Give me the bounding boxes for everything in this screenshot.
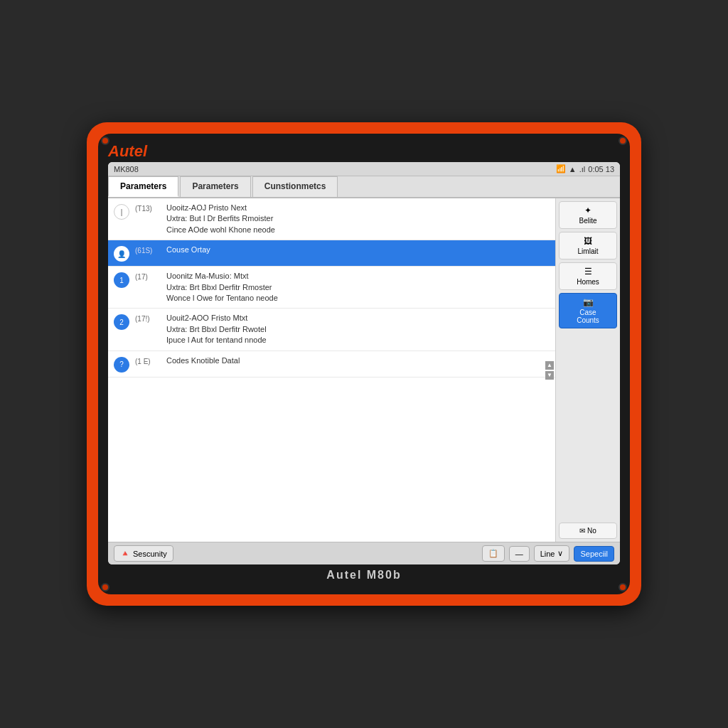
no-button[interactable]: ✉ No <box>559 523 617 539</box>
screw-br <box>619 583 627 592</box>
case-counts-button[interactable]: 📷 CaseCounts <box>559 293 617 328</box>
item-text-3: Uoonitz Ma-Musio: Mtxt Uxtra: Brt Bbxl D… <box>166 271 550 304</box>
clipboard-button[interactable]: 📋 <box>482 545 505 562</box>
list-item[interactable]: | (T13) Uooitz-AOJ Pristo Next Uxtra: Bu… <box>108 198 555 240</box>
item-text-2: Couse Ortay <box>166 245 550 255</box>
line-button[interactable]: Line ∨ <box>534 545 570 562</box>
model-label: MK808 <box>114 165 139 173</box>
limlait-label: Limlait <box>578 247 599 255</box>
item-icon-1: | <box>114 204 129 220</box>
time-display: 0:05 13 <box>588 165 614 173</box>
case-counts-icon: 📷 <box>583 297 594 307</box>
homes-button[interactable]: ☰ Homes <box>559 262 617 290</box>
line-chevron-icon: ∨ <box>557 549 563 558</box>
screw-tl <box>101 136 109 145</box>
screw-tr <box>619 136 627 145</box>
dash-label: — <box>515 550 523 558</box>
belite-icon: ✦ <box>584 205 592 215</box>
special-button[interactable]: Sepeciil <box>574 546 614 562</box>
item-id-1: (T13) <box>135 205 161 213</box>
brand-label: Autel <box>108 142 620 161</box>
homes-icon: ☰ <box>584 267 592 277</box>
device-outer: Autel MK808 📶 ▲ .ıl 0:05 13 Parameters P… <box>87 122 641 606</box>
item-id-5: (1 E) <box>135 358 161 365</box>
status-bar: MK808 📶 ▲ .ıl 0:05 13 <box>108 162 620 176</box>
item-icon-4: 2 <box>114 314 129 330</box>
tab-cunstionmetcs[interactable]: Cunstionmetcs <box>252 176 338 197</box>
security-button[interactable]: 🔺 Sescunity <box>114 545 173 562</box>
device-inner: Autel MK808 📶 ▲ .ıl 0:05 13 Parameters P… <box>98 134 630 594</box>
screw-bl <box>101 583 109 592</box>
scroll-indicator: ▲ ▼ <box>545 361 554 380</box>
right-panel: ✦ Belite 🖼 Limlait ☰ Homes 📷 CaseCounts <box>556 198 620 542</box>
scroll-up-icon: ▲ <box>545 361 554 370</box>
belite-button[interactable]: ✦ Belite <box>559 201 617 229</box>
tab-parameters-2[interactable]: Parameters <box>180 176 250 197</box>
status-icons: 📶 ▲ .ıl 0:05 13 <box>556 164 614 173</box>
item-icon-2: 👤 <box>114 246 129 262</box>
list-item-5[interactable]: ? (1 E) Codes Knotible Datal <box>108 351 555 378</box>
item-text-1: Uooitz-AOJ Pristo Next Uxtra: But l Dr B… <box>166 203 550 235</box>
list-item-3[interactable]: 1 (17) Uoonitz Ma-Musio: Mtxt Uxtra: Brt… <box>108 267 555 309</box>
item-icon-3: 1 <box>114 272 129 288</box>
list-panel: | (T13) Uooitz-AOJ Pristo Next Uxtra: Bu… <box>108 198 556 542</box>
dash-button[interactable]: — <box>509 546 530 562</box>
scroll-down-icon: ▼ <box>545 371 554 380</box>
belite-label: Belite <box>579 217 596 225</box>
limlait-icon: 🖼 <box>584 236 592 246</box>
special-label: Sepeciil <box>580 550 608 558</box>
item-text-4: Uouit2-AOO Fristo Mtxt Uxtra: Brt Bbxl D… <box>166 313 550 346</box>
homes-label: Homes <box>577 278 599 286</box>
list-item-selected[interactable]: 👤 (61S) Couse Ortay <box>108 240 555 267</box>
item-icon-5: ? <box>114 357 129 373</box>
no-label: No <box>587 527 596 535</box>
main-content: | (T13) Uooitz-AOJ Pristo Next Uxtra: Bu… <box>108 198 620 542</box>
item-id-3: (17) <box>135 273 161 281</box>
tab-parameters-1[interactable]: Parameters <box>108 176 178 197</box>
item-id-4: (17!) <box>135 315 161 323</box>
item-text-5: Codes Knotible Datal <box>166 355 550 366</box>
bottom-bar: 🔺 Sescunity 📋 — Line ∨ Sepeciil <box>108 542 620 564</box>
security-icon: 🔺 <box>120 549 130 558</box>
clipboard-icon: 📋 <box>488 549 498 558</box>
signal-icon: ▲ <box>569 165 577 173</box>
no-icon: ✉ <box>579 527 585 535</box>
network-icon: .ıl <box>579 165 586 173</box>
line-label: Line <box>540 550 555 558</box>
list-item-4[interactable]: 2 (17!) Uouit2-AOO Fristo Mtxt Uxtra: Br… <box>108 309 555 350</box>
device-bottom-label: Autel M80b <box>108 569 620 582</box>
item-id-2: (61S) <box>135 247 161 255</box>
security-label: Sescunity <box>133 550 167 558</box>
wifi-icon: 📶 <box>556 164 566 173</box>
tabs-container: Parameters Parameters Cunstionmetcs <box>108 176 620 198</box>
screen: MK808 📶 ▲ .ıl 0:05 13 Parameters Paramet… <box>108 162 620 564</box>
limlait-button[interactable]: 🖼 Limlait <box>559 232 617 259</box>
case-counts-label: CaseCounts <box>577 309 599 324</box>
